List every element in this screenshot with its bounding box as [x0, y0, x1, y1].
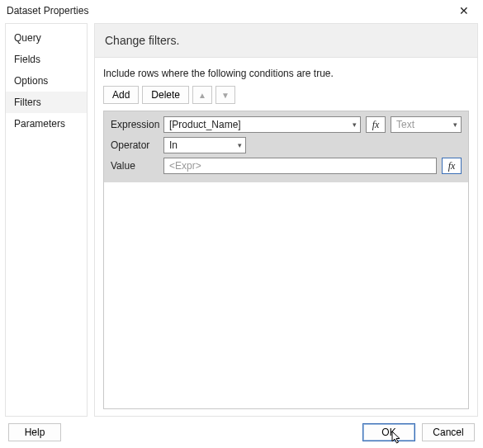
sidebar-item-options[interactable]: Options — [6, 70, 87, 92]
move-down-button[interactable]: ▼ — [215, 86, 235, 104]
chevron-down-icon: ▾ — [453, 120, 457, 129]
operator-dropdown[interactable]: In ▾ — [163, 137, 246, 153]
page-title: Change filters. — [94, 23, 478, 58]
close-button[interactable]: ✕ — [448, 2, 480, 20]
sidebar-item-filters[interactable]: Filters — [6, 92, 87, 113]
fx-icon: fx — [372, 119, 380, 131]
ok-button[interactable]: OK — [362, 423, 415, 441]
main-panel: Change filters. Include rows where the f… — [94, 23, 478, 417]
sidebar-item-parameters[interactable]: Parameters — [6, 113, 87, 134]
dialog-title: Dataset Properties — [7, 5, 88, 17]
value-input[interactable]: <Expr> — [163, 158, 437, 174]
filter-toolbar: Add Delete ▲ ▼ — [103, 86, 469, 104]
value-label: Value — [111, 160, 159, 172]
type-value: Text — [396, 119, 414, 130]
cancel-button[interactable]: Cancel — [422, 423, 475, 441]
expression-fx-button[interactable]: fx — [366, 116, 386, 133]
delete-button[interactable]: Delete — [142, 86, 189, 104]
expression-dropdown[interactable]: [Product_Name] ▾ — [163, 116, 361, 133]
add-button[interactable]: Add — [103, 86, 139, 104]
move-up-button[interactable]: ▲ — [192, 86, 212, 104]
chevron-down-icon: ▾ — [238, 141, 242, 149]
sidebar-item-query[interactable]: Query — [6, 27, 87, 49]
expression-label: Expression — [111, 119, 159, 130]
value-placeholder: <Expr> — [169, 160, 201, 172]
close-icon: ✕ — [459, 4, 469, 17]
operator-value: In — [169, 139, 178, 151]
operator-label: Operator — [111, 139, 159, 151]
title-bar: Dataset Properties ✕ — [0, 0, 483, 21]
content-area: Include rows where the following conditi… — [94, 58, 478, 417]
arrow-up-icon: ▲ — [198, 91, 206, 100]
filter-list-container: Expression [Product_Name] ▾ fx Text ▾ — [103, 111, 469, 409]
fx-icon: fx — [448, 160, 456, 172]
chevron-down-icon: ▾ — [353, 120, 357, 129]
type-dropdown[interactable]: Text ▾ — [391, 116, 462, 133]
arrow-down-icon: ▼ — [221, 91, 230, 100]
filter-empty-area — [104, 182, 468, 408]
value-fx-button[interactable]: fx — [442, 158, 462, 174]
filter-definition-row: Expression [Product_Name] ▾ fx Text ▾ — [104, 111, 468, 182]
instruction-text: Include rows where the following conditi… — [103, 68, 469, 79]
sidebar: Query Fields Options Filters Parameters — [5, 23, 88, 417]
sidebar-item-fields[interactable]: Fields — [6, 49, 87, 70]
dialog-footer: Help OK Cancel — [0, 417, 483, 448]
expression-value: [Product_Name] — [169, 119, 241, 130]
help-button[interactable]: Help — [8, 423, 61, 441]
